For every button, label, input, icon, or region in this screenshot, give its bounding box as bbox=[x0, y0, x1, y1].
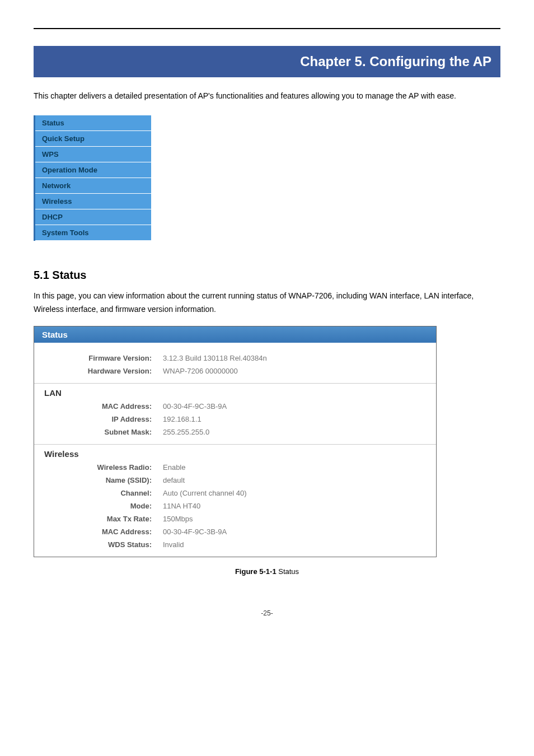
figure-caption: Figure 5-1-1 Status bbox=[34, 567, 500, 576]
label-wireless-rate: Max Tx Rate: bbox=[34, 515, 163, 523]
nav-menu: Status Quick Setup WPS Operation Mode Ne… bbox=[34, 115, 151, 241]
page-number: -25- bbox=[34, 609, 500, 617]
label-lan-mac: MAC Address: bbox=[34, 402, 163, 410]
label-firmware: Firmware Version: bbox=[34, 354, 163, 362]
row-wireless-wds: WDS Status: Invalid bbox=[34, 538, 436, 551]
nav-item-dhcp[interactable]: DHCP bbox=[35, 209, 152, 225]
label-wireless-ssid: Name (SSID): bbox=[34, 476, 163, 484]
intro-text: This chapter delivers a detailed present… bbox=[34, 90, 500, 103]
row-wireless-channel: Channel: Auto (Current channel 40) bbox=[34, 487, 436, 500]
nav-item-operationmode[interactable]: Operation Mode bbox=[35, 162, 152, 178]
figure-name: Status bbox=[277, 567, 299, 576]
row-wireless-ssid: Name (SSID): default bbox=[34, 474, 436, 487]
nav-item-quicksetup[interactable]: Quick Setup bbox=[35, 130, 152, 146]
row-lan-subnet: Subnet Mask: 255.255.255.0 bbox=[34, 426, 436, 438]
status-header: Status bbox=[34, 326, 436, 343]
value-lan-ip: 192.168.1.1 bbox=[163, 415, 202, 423]
section-text: In this page, you can view information a… bbox=[34, 290, 500, 316]
row-lan-mac: MAC Address: 00-30-4F-9C-3B-9A bbox=[34, 400, 436, 413]
value-wireless-radio: Enable bbox=[163, 463, 185, 472]
top-rule bbox=[34, 28, 500, 29]
nav-item-systemtools[interactable]: System Tools bbox=[35, 225, 152, 240]
label-lan-subnet: Subnet Mask: bbox=[34, 428, 163, 436]
row-wireless-mac: MAC Address: 00-30-4F-9C-3B-9A bbox=[34, 525, 436, 538]
lan-heading: LAN bbox=[34, 383, 436, 400]
row-lan-ip: IP Address: 192.168.1.1 bbox=[34, 413, 436, 426]
wireless-heading: Wireless bbox=[34, 444, 436, 461]
nav-item-status[interactable]: Status bbox=[35, 115, 152, 131]
row-wireless-radio: Wireless Radio: Enable bbox=[34, 461, 436, 474]
value-wireless-mode: 11NA HT40 bbox=[163, 502, 200, 510]
label-hardware: Hardware Version: bbox=[34, 367, 163, 375]
row-hardware: Hardware Version: WNAP-7206 00000000 bbox=[34, 365, 436, 377]
row-wireless-rate: Max Tx Rate: 150Mbps bbox=[34, 512, 436, 525]
figure-label: Figure 5-1-1 bbox=[235, 567, 277, 576]
nav-item-network[interactable]: Network bbox=[35, 178, 152, 193]
nav-item-wireless[interactable]: Wireless bbox=[35, 193, 152, 209]
value-lan-subnet: 255.255.255.0 bbox=[163, 428, 209, 436]
value-wireless-wds: Invalid bbox=[163, 540, 184, 549]
label-wireless-mac: MAC Address: bbox=[34, 528, 163, 536]
label-wireless-channel: Channel: bbox=[34, 489, 163, 497]
nav-item-wps[interactable]: WPS bbox=[35, 146, 152, 162]
label-wireless-radio: Wireless Radio: bbox=[34, 463, 163, 472]
value-wireless-ssid: default bbox=[163, 476, 185, 484]
label-wireless-wds: WDS Status: bbox=[34, 540, 163, 549]
section-heading: 5.1 Status bbox=[34, 269, 500, 282]
value-wireless-rate: 150Mbps bbox=[163, 515, 193, 523]
value-wireless-channel: Auto (Current channel 40) bbox=[163, 489, 247, 497]
value-wireless-mac: 00-30-4F-9C-3B-9A bbox=[163, 528, 227, 536]
label-wireless-mode: Mode: bbox=[34, 502, 163, 510]
row-firmware: Firmware Version: 3.12.3 Build 130118 Re… bbox=[34, 352, 436, 365]
value-firmware: 3.12.3 Build 130118 Rel.40384n bbox=[163, 354, 267, 362]
status-body: Firmware Version: 3.12.3 Build 130118 Re… bbox=[34, 343, 436, 557]
status-box: Status Firmware Version: 3.12.3 Build 13… bbox=[34, 326, 437, 557]
row-wireless-mode: Mode: 11NA HT40 bbox=[34, 500, 436, 512]
value-lan-mac: 00-30-4F-9C-3B-9A bbox=[163, 402, 227, 410]
value-hardware: WNAP-7206 00000000 bbox=[163, 367, 238, 375]
label-lan-ip: IP Address: bbox=[34, 415, 163, 423]
chapter-banner: Chapter 5. Configuring the AP bbox=[34, 46, 500, 77]
